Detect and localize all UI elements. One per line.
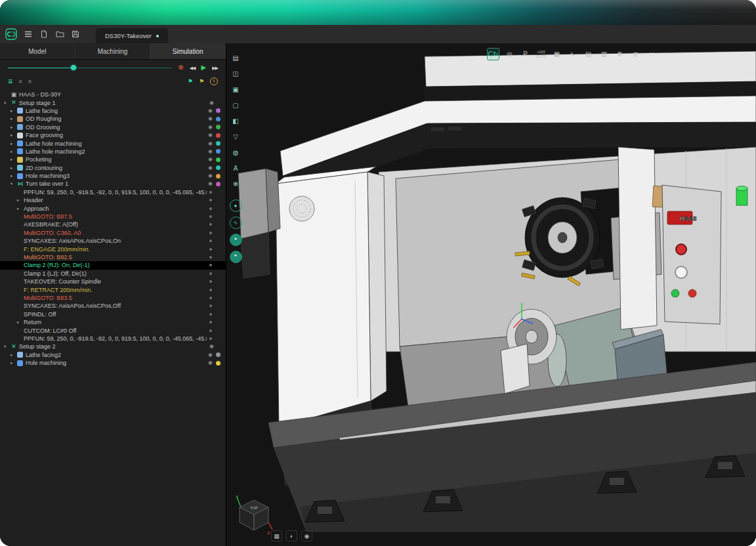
tree-row[interactable]: PPFUN: 59, 250, 0, -919.5, -92, 0, 0, 91… <box>0 335 226 343</box>
tree-row[interactable]: ▾✕Setup stage 2◉ <box>0 343 226 350</box>
visibility-icon[interactable]: ◉ <box>208 352 213 358</box>
expand-chevron[interactable]: ▾ <box>4 344 10 349</box>
tab-simulation[interactable]: Simulation <box>150 43 226 59</box>
operation-color-dot[interactable] <box>216 361 220 366</box>
operation-color-dot[interactable] <box>209 289 212 291</box>
visibility-icon[interactable]: ◉ <box>208 173 213 178</box>
collision-check-icon[interactable]: ◎ <box>504 49 515 60</box>
tree-row[interactable]: ▸Lathe hole machining2◉ <box>0 148 226 156</box>
expand-chevron[interactable]: ▸ <box>10 165 17 171</box>
fixtures-icon[interactable]: ◧ <box>230 116 242 127</box>
shading-mode-icon[interactable]: ◐ <box>286 530 297 541</box>
open-folder-icon[interactable] <box>55 30 64 39</box>
visibility-icon[interactable]: ◉ <box>208 116 213 121</box>
expand-chevron[interactable]: ▾ <box>4 100 10 106</box>
annotations-icon[interactable]: A <box>230 163 242 174</box>
tree-row[interactable]: ▸OD Grooving◉ <box>0 123 226 131</box>
visibility-icon[interactable]: ◉ <box>208 108 213 114</box>
tree-row[interactable]: F: ENGAGE 200mm/min. <box>0 245 226 253</box>
tree-row[interactable]: ▸Approach <box>0 204 226 212</box>
tree-row[interactable]: ▸Header <box>0 196 226 204</box>
apps-grid-icon[interactable]: ∷ <box>646 49 657 60</box>
display-options-icon[interactable]: ≣ <box>630 49 641 60</box>
orientation-gizmo[interactable]: Y X TOP <box>234 494 274 537</box>
operation-color-dot[interactable] <box>216 182 220 186</box>
operation-color-dot[interactable] <box>209 191 212 194</box>
spindle-takeover-icon[interactable]: C↻ <box>487 48 499 60</box>
expand-chevron[interactable]: ▸ <box>10 125 17 130</box>
expand-chevron[interactable]: ▸ <box>17 198 24 203</box>
comments-icon[interactable]: ❝ <box>230 234 242 246</box>
visibility-icon[interactable]: ◉ <box>208 141 213 146</box>
measurement-icon[interactable]: ◍ <box>230 147 242 158</box>
operation-color-dot[interactable] <box>209 313 212 316</box>
tree-row[interactable]: ▸Lathe hole machining◉ <box>0 139 226 147</box>
operation-color-dot[interactable] <box>216 352 220 357</box>
expand-tree-icon[interactable]: ≣ <box>8 79 13 85</box>
operation-color-dot[interactable] <box>209 321 212 324</box>
tree-row[interactable]: SYNCAXES: AxisAPos.AxisCPos,Off <box>0 302 226 310</box>
tree-row[interactable]: ▸Lathe facing◉ <box>0 107 226 115</box>
viewport-3d[interactable]: HAAS <box>226 43 756 546</box>
list-view-icon[interactable]: ≡ <box>28 79 32 85</box>
operation-color-dot[interactable] <box>216 133 220 138</box>
simulation-progress-slider[interactable] <box>8 64 171 71</box>
visibility-icon[interactable]: ◉ <box>208 157 213 162</box>
expand-chevron[interactable]: ▾ <box>10 181 17 186</box>
smoothing-icon[interactable]: ∿ <box>230 217 242 229</box>
visibility-icon[interactable]: ◉ <box>208 125 213 130</box>
stop-simulation-icon[interactable]: ⊗ <box>178 64 183 71</box>
camera-mode-icon[interactable]: ◉ <box>301 530 312 541</box>
tree-row[interactable]: ▾✕Setup stage 1◉ <box>0 98 226 106</box>
tree-row[interactable]: ▸Lathe facing2◉ <box>0 351 226 359</box>
operation-color-dot[interactable] <box>209 256 212 259</box>
tree-row[interactable]: AXESBRAKE: A(Off) <box>0 220 226 228</box>
operation-color-dot[interactable] <box>209 215 212 218</box>
visibility-icon[interactable]: ◉ <box>209 344 214 349</box>
operation-color-dot[interactable] <box>209 223 212 226</box>
expand-chevron[interactable]: ▸ <box>10 360 17 366</box>
diagnostics-graph-icon[interactable]: ∿ <box>567 49 578 60</box>
tree-row[interactable]: MultiGOTO: B82.5 <box>0 253 226 261</box>
tree-row[interactable]: ▸OD Roughing◉ <box>0 115 226 123</box>
expand-chevron[interactable]: ▸ <box>10 149 17 154</box>
bookmark-icon[interactable]: ⚑ <box>199 79 204 85</box>
slider-knob[interactable] <box>71 65 76 70</box>
operation-color-dot[interactable] <box>209 272 212 275</box>
play-icon[interactable]: ▶ <box>201 64 207 71</box>
tree-row[interactable]: ▸Pocketing◉ <box>0 156 226 163</box>
tree-row[interactable]: ▾⋈Turn take over 1◉ <box>0 180 226 188</box>
operation-color-dot[interactable] <box>209 232 212 234</box>
operation-color-dot[interactable] <box>209 240 212 242</box>
new-document-icon[interactable] <box>39 30 49 39</box>
stock-icon[interactable]: ▢ <box>230 100 242 111</box>
tree-row[interactable]: TAKEOVER: Counter Spindle <box>0 278 226 285</box>
tree-row[interactable]: SPINDL: Off <box>0 310 226 318</box>
expand-chevron[interactable]: ▸ <box>10 352 17 358</box>
visibility-icon[interactable]: ◉ <box>208 360 213 366</box>
fast-forward-icon[interactable]: ▶▶ <box>212 66 218 70</box>
tree-row[interactable]: CUTCOM: LC#0 Off <box>0 326 226 334</box>
visibility-icon[interactable]: ◉ <box>208 149 213 154</box>
expand-chevron[interactable]: ▸ <box>10 133 17 138</box>
feed-override-indicator[interactable]: +100MGTS <box>536 49 547 60</box>
operation-color-dot[interactable] <box>209 248 212 251</box>
tab-model[interactable]: Model <box>0 43 75 59</box>
tree-row[interactable]: ▸Hole machining3◉ <box>0 172 226 180</box>
expand-chevron[interactable]: ▸ <box>17 320 24 325</box>
filter-icon[interactable]: ▽ <box>230 131 242 142</box>
operation-color-dot[interactable] <box>209 207 212 210</box>
visibility-icon[interactable]: ◉ <box>208 133 213 138</box>
expand-chevron[interactable]: ▸ <box>10 141 17 146</box>
tree-row[interactable]: ▣HAAS - DS-30Y <box>0 91 226 98</box>
view-settings-icon[interactable]: ▦ <box>271 530 282 541</box>
operation-color-dot[interactable] <box>216 149 220 154</box>
save-icon[interactable] <box>71 30 80 39</box>
tree-row[interactable]: ▸Hole machining◉ <box>0 359 226 367</box>
expand-chevron[interactable]: ▸ <box>10 173 17 178</box>
tree-row[interactable]: SYNCAXES: AxisAPos.AxisCPos,On <box>0 237 226 245</box>
tab-machining[interactable]: Machining <box>75 43 151 59</box>
operation-color-dot[interactable] <box>216 125 220 129</box>
warnings-icon[interactable]: ! <box>210 77 218 85</box>
operation-color-dot[interactable] <box>209 304 212 307</box>
